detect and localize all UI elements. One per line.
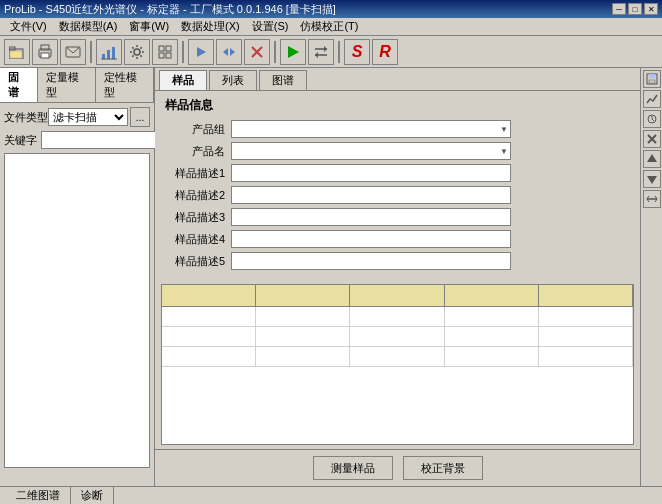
- input-desc2[interactable]: [231, 186, 511, 204]
- toolbar-close-x[interactable]: [244, 39, 270, 65]
- close-button[interactable]: ✕: [644, 3, 658, 15]
- toolbar-separator-3: [274, 41, 276, 63]
- titlebar-title: ProLib - S450近红外光谱仪 - 标定器 - 工厂模式 0.0.1.9…: [4, 2, 612, 17]
- svg-marker-17: [223, 48, 228, 56]
- left-panel: 固谱 定量模型 定性模型 文件类型 滤卡扫描 ... 关键字: [0, 68, 155, 486]
- toolbar-email[interactable]: [60, 39, 86, 65]
- grid-col-4: [445, 285, 539, 306]
- icon-expand[interactable]: [643, 190, 661, 208]
- menu-data-model[interactable]: 数据模型(A): [53, 18, 124, 35]
- toolbar-play[interactable]: [280, 39, 306, 65]
- select-product-group[interactable]: ▼: [231, 120, 511, 138]
- svg-marker-23: [324, 46, 327, 52]
- menu-calibrate[interactable]: 仿模校正(T): [294, 18, 364, 35]
- label-desc5: 样品描述5: [165, 254, 225, 269]
- toolbar-r-label[interactable]: R: [372, 39, 398, 65]
- toolbar-open[interactable]: [4, 39, 30, 65]
- svg-marker-18: [230, 48, 235, 56]
- grid-cell: [445, 347, 539, 366]
- toolbar-separator-2: [182, 41, 184, 63]
- icon-chart[interactable]: [643, 90, 661, 108]
- label-product-name: 产品名: [165, 144, 225, 159]
- titlebar: ProLib - S450近红外光谱仪 - 标定器 - 工厂模式 0.0.1.9…: [0, 0, 662, 18]
- grid-cell: [539, 347, 633, 366]
- field-desc4: 样品描述4: [165, 230, 630, 248]
- statusbar: 二维图谱 诊断: [0, 486, 662, 504]
- svg-point-11: [134, 49, 140, 55]
- label-desc2: 样品描述2: [165, 188, 225, 203]
- menu-file[interactable]: 文件(V): [4, 18, 53, 35]
- grid-cell: [256, 307, 350, 326]
- toolbar-swap[interactable]: [308, 39, 334, 65]
- toolbar-chart[interactable]: [96, 39, 122, 65]
- menu-data-process[interactable]: 数据处理(X): [175, 18, 246, 35]
- left-panel-content: 文件类型 滤卡扫描 ... 关键字: [0, 103, 154, 486]
- grid-row-3: [162, 347, 633, 367]
- icon-process[interactable]: [643, 110, 661, 128]
- icon-arrow-up[interactable]: [643, 150, 661, 168]
- icon-arrow-down[interactable]: [643, 170, 661, 188]
- label-product-group: 产品组: [165, 122, 225, 137]
- tab-gupu[interactable]: 固谱: [0, 68, 38, 102]
- tab-quantitative[interactable]: 定量模型: [38, 68, 96, 102]
- input-desc1[interactable]: [231, 164, 511, 182]
- svg-marker-33: [647, 176, 657, 184]
- grid-row-1: [162, 307, 633, 327]
- filetype-row: 文件类型 滤卡扫描 ...: [4, 107, 150, 127]
- input-desc3[interactable]: [231, 208, 511, 226]
- measure-sample-button[interactable]: 测量样品: [313, 456, 393, 480]
- svg-rect-27: [649, 74, 655, 78]
- minimize-button[interactable]: ─: [612, 3, 626, 15]
- toolbar-tool2[interactable]: [152, 39, 178, 65]
- svg-marker-21: [288, 46, 299, 58]
- select-product-name[interactable]: ▼: [231, 142, 511, 160]
- filetype-browse-btn[interactable]: ...: [130, 107, 150, 127]
- menubar: 文件(V) 数据模型(A) 窗事(W) 数据处理(X) 设置(S) 仿模校正(T…: [0, 18, 662, 36]
- titlebar-controls: ─ □ ✕: [612, 3, 658, 15]
- grid-cell: [539, 307, 633, 326]
- toolbar-separator-4: [338, 41, 340, 63]
- grid-header: [162, 285, 633, 307]
- svg-rect-15: [166, 53, 171, 58]
- tab-sample[interactable]: 样品: [159, 70, 207, 90]
- status-diagnose: 诊断: [71, 487, 114, 504]
- menu-settings[interactable]: 设置(S): [246, 18, 295, 35]
- grid-row-2: [162, 327, 633, 347]
- toolbar-arrows-lr[interactable]: [216, 39, 242, 65]
- keyword-label: 关键字: [4, 133, 37, 148]
- grid-cell: [350, 307, 444, 326]
- keyword-row: 关键字: [4, 131, 150, 149]
- calibrate-background-button[interactable]: 校正背景: [403, 456, 483, 480]
- grid-cell: [162, 347, 256, 366]
- menu-window[interactable]: 窗事(W): [123, 18, 175, 35]
- svg-rect-28: [649, 80, 655, 83]
- icon-tool[interactable]: [643, 130, 661, 148]
- grid-cell: [350, 327, 444, 346]
- data-grid: [161, 284, 634, 445]
- maximize-button[interactable]: □: [628, 3, 642, 15]
- label-desc4: 样品描述4: [165, 232, 225, 247]
- grid-col-5: [539, 285, 633, 306]
- svg-marker-16: [197, 47, 206, 57]
- tab-list[interactable]: 列表: [209, 70, 257, 90]
- input-desc5[interactable]: [231, 252, 511, 270]
- grid-col-2: [256, 285, 350, 306]
- tab-spectrum[interactable]: 图谱: [259, 70, 307, 90]
- label-desc1: 样品描述1: [165, 166, 225, 181]
- toolbar-arrow-right[interactable]: [188, 39, 214, 65]
- toolbar-print[interactable]: [32, 39, 58, 65]
- sample-form: 样品信息 产品组 ▼ 产品名 ▼ 样品描述1: [155, 91, 640, 280]
- input-desc4[interactable]: [231, 230, 511, 248]
- filetype-select[interactable]: 滤卡扫描: [48, 108, 128, 126]
- grid-cell: [256, 347, 350, 366]
- tab-qualitative[interactable]: 定性模型: [96, 68, 154, 102]
- icon-save[interactable]: [643, 70, 661, 88]
- filetype-label: 文件类型: [4, 110, 44, 125]
- toolbar-settings[interactable]: [124, 39, 150, 65]
- field-desc3: 样品描述3: [165, 208, 630, 226]
- grid-col-3: [350, 285, 444, 306]
- right-icon-panel: [640, 68, 662, 486]
- bottom-bar: 测量样品 校正背景: [155, 449, 640, 486]
- toolbar-s-label[interactable]: S: [344, 39, 370, 65]
- field-product-group: 产品组 ▼: [165, 120, 630, 138]
